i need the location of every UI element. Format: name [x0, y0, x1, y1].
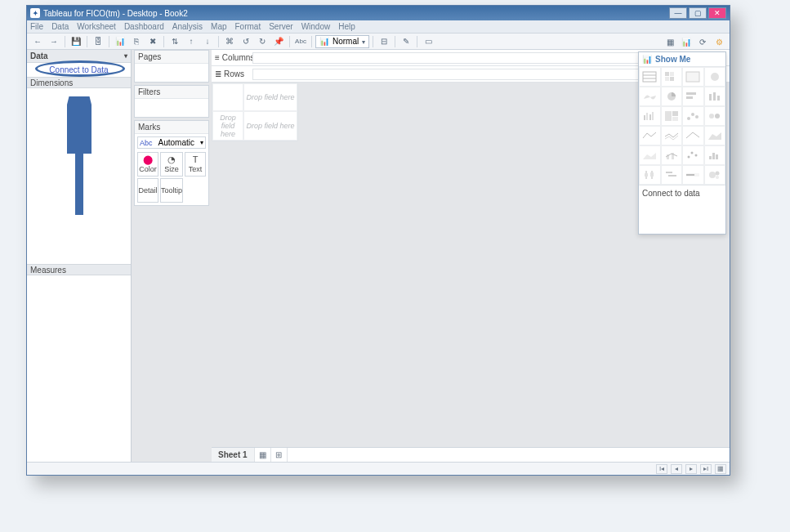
- connect-data-button[interactable]: 🗄: [91, 35, 105, 48]
- drop-top[interactable]: Drop field here: [243, 83, 297, 111]
- svg-rect-13: [686, 96, 693, 99]
- svg-point-27: [709, 114, 714, 118]
- presentation-button[interactable]: ▭: [421, 35, 435, 48]
- mark-tooltip-button[interactable]: Tooltip: [160, 178, 183, 203]
- sm-scatter[interactable]: [682, 145, 704, 165]
- sm-dual-line[interactable]: [682, 126, 704, 145]
- mark-color-button[interactable]: ⬤Color: [137, 152, 158, 177]
- pin-button[interactable]: 📌: [271, 35, 286, 48]
- menu-analysis[interactable]: Analysis: [172, 22, 203, 31]
- sm-area[interactable]: [704, 126, 726, 145]
- maximize-button[interactable]: ▢: [689, 7, 707, 19]
- sm-histogram[interactable]: [704, 145, 726, 165]
- mark-text-button[interactable]: TText: [185, 152, 206, 177]
- sm-text-table[interactable]: [639, 67, 661, 87]
- fix-axes-button[interactable]: ⊟: [377, 35, 391, 48]
- pages-card-body[interactable]: [135, 64, 208, 82]
- pages-card-header: Pages: [135, 51, 208, 64]
- group-button[interactable]: ⌘: [222, 35, 237, 48]
- sm-pie[interactable]: [661, 87, 683, 106]
- sm-filled-map[interactable]: [639, 87, 661, 106]
- mark-size-button[interactable]: ◔Size: [160, 152, 183, 177]
- menu-data[interactable]: Data: [51, 22, 69, 31]
- sm-treemap[interactable]: [661, 106, 683, 126]
- undo-button[interactable]: ↺: [239, 35, 253, 48]
- sm-symbol-map[interactable]: [704, 67, 726, 87]
- svg-rect-44: [668, 175, 676, 177]
- new-worksheet-tab[interactable]: ▦: [255, 448, 271, 462]
- fit-dropdown[interactable]: 📊 Normal: [315, 35, 369, 48]
- sm-gantt[interactable]: [661, 165, 683, 185]
- menu-help[interactable]: Help: [338, 22, 355, 31]
- show-tabs-button[interactable]: ▦: [715, 464, 726, 474]
- mark-detail-button[interactable]: Detail: [137, 178, 158, 203]
- sm-circle-views[interactable]: [682, 106, 704, 126]
- sm-bullet[interactable]: [682, 165, 704, 185]
- drop-left[interactable]: Drop field here: [212, 111, 243, 141]
- svg-point-35: [695, 154, 698, 157]
- refresh-button[interactable]: ⟳: [695, 35, 710, 48]
- new-dashboard-tab[interactable]: ⊞: [271, 448, 288, 462]
- filters-card-body[interactable]: [135, 99, 208, 117]
- sm-heat-map[interactable]: [661, 67, 683, 87]
- sort-asc-button[interactable]: ↑: [184, 35, 199, 48]
- close-button[interactable]: ✕: [708, 7, 726, 19]
- sm-packed-bubbles[interactable]: [704, 165, 726, 185]
- sm-line-disc[interactable]: [661, 126, 683, 145]
- svg-point-24: [687, 117, 690, 120]
- status-bar: I◂ ◂ ▸ ▸I ▦: [27, 462, 730, 475]
- abc-button[interactable]: Abc: [293, 35, 308, 48]
- menu-window[interactable]: Window: [301, 22, 331, 31]
- last-button[interactable]: ▸I: [700, 464, 712, 474]
- clear-button[interactable]: ✖: [145, 35, 160, 48]
- menu-map[interactable]: Map: [211, 22, 226, 31]
- menu-worksheet[interactable]: Worksheet: [77, 22, 116, 31]
- menu-dashboard[interactable]: Dashboard: [124, 22, 164, 31]
- show-me-message: Connect to data: [639, 185, 725, 201]
- menu-server[interactable]: Server: [269, 22, 292, 31]
- save-button[interactable]: 💾: [69, 35, 83, 48]
- sheet-tab-1[interactable]: Sheet 1: [212, 448, 255, 462]
- sm-highlight-table[interactable]: [682, 67, 704, 87]
- help-button[interactable]: ⚙: [712, 35, 726, 48]
- app-icon: ✦: [30, 8, 40, 18]
- next-button[interactable]: ▸: [685, 464, 697, 474]
- redo-button[interactable]: ↻: [255, 35, 270, 48]
- back-button[interactable]: ←: [30, 35, 45, 48]
- menu-format[interactable]: Format: [235, 22, 261, 31]
- mark-type-dropdown[interactable]: Abc Automatic ▾: [137, 136, 206, 149]
- pages-card: Pages: [134, 50, 209, 83]
- data-pane-menu-icon[interactable]: ▾: [124, 52, 127, 60]
- sm-area-disc[interactable]: [639, 145, 661, 165]
- duplicate-button[interactable]: ⎘: [129, 35, 144, 48]
- svg-rect-22: [672, 111, 678, 116]
- minimize-button[interactable]: —: [669, 7, 687, 19]
- svg-rect-5: [665, 72, 669, 76]
- connect-to-data-link[interactable]: Connect to Data: [27, 63, 131, 77]
- sm-side-bar[interactable]: [639, 106, 661, 126]
- sm-box-plot[interactable]: [639, 165, 661, 185]
- sort-desc-button[interactable]: ↓: [200, 35, 215, 48]
- show-me-header[interactable]: 📊 Show Me: [639, 52, 725, 67]
- sm-dual-combo[interactable]: [661, 145, 683, 165]
- forward-button[interactable]: →: [47, 35, 61, 48]
- drop-main[interactable]: Drop field here: [243, 111, 297, 141]
- sm-stacked-bar[interactable]: [704, 87, 726, 106]
- svg-point-28: [715, 114, 720, 118]
- new-ws-button[interactable]: 📊: [113, 35, 127, 48]
- highlight-button[interactable]: ✎: [399, 35, 413, 48]
- toolbar-right: ▦ 📊 ⟳ ⚙: [663, 34, 726, 50]
- svg-rect-40: [645, 173, 648, 177]
- sm-line-cont[interactable]: [639, 126, 661, 145]
- swap-button[interactable]: ⇅: [167, 35, 182, 48]
- showme-toggle-button[interactable]: 📊: [679, 35, 694, 48]
- first-button[interactable]: I◂: [656, 464, 667, 474]
- menu-file[interactable]: File: [30, 22, 43, 31]
- sm-side-circle[interactable]: [704, 106, 726, 126]
- prev-button[interactable]: ◂: [671, 464, 682, 474]
- svg-point-48: [715, 172, 719, 176]
- cards-toggle-button[interactable]: ▦: [663, 35, 677, 48]
- drop-corner[interactable]: [212, 83, 243, 111]
- sm-hbar[interactable]: [682, 87, 704, 106]
- columns-label: Columns: [222, 53, 254, 62]
